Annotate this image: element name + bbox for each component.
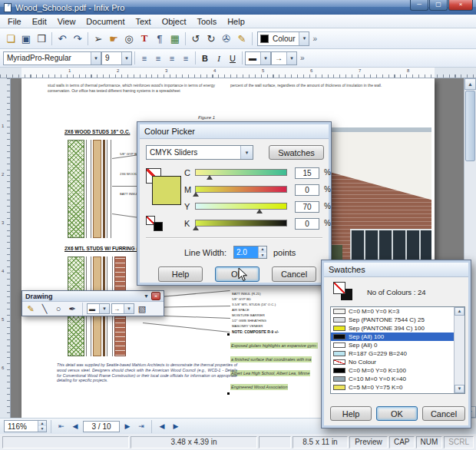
yellow-slider[interactable] [195, 203, 287, 210]
swatch-list[interactable]: C=0 M=0 Y=0 K=3 Sep (PANTONE 7544 C) 25 … [330, 306, 465, 394]
bold-icon[interactable]: B [198, 51, 212, 65]
fill-style-icon[interactable]: ▧ [136, 303, 148, 315]
cyan-value-field[interactable]: 15 [295, 167, 319, 179]
pen-tool-icon[interactable]: ✎ [234, 31, 250, 46]
menu-tools[interactable]: Tools [191, 17, 222, 26]
italic-icon[interactable]: I [212, 51, 226, 65]
page-number-field[interactable]: 3 / 10 [83, 421, 120, 432]
underline-icon[interactable]: U [226, 51, 240, 65]
black-value-field[interactable]: 0 [295, 218, 319, 230]
selection-handle[interactable] [227, 333, 230, 336]
close-button[interactable]: × [448, 0, 473, 11]
swatch-row[interactable]: C=0 M=0 Y=0 K=100 [331, 366, 454, 375]
redo-icon[interactable]: ↷ [70, 31, 85, 46]
font-family-combo[interactable]: MyriadPro-Regular ▾ [3, 51, 101, 65]
chevron-down-icon[interactable]: ▾ [299, 32, 309, 45]
toolbar-overflow-icon[interactable]: » [300, 54, 305, 62]
paragraph-tool-icon[interactable]: ¶ [152, 31, 167, 46]
pencil-icon[interactable]: ✎ [25, 303, 37, 315]
chevron-down-icon[interactable]: ▼ [144, 293, 149, 299]
first-page-button[interactable]: ⇤ [55, 420, 68, 432]
colour-mode-select[interactable]: CMYK Sliders ▾ [146, 145, 253, 160]
colour-combo[interactable]: Colour ▾ [257, 31, 309, 46]
scrollbar-thumb[interactable] [465, 91, 475, 161]
link-tool-icon[interactable]: ✇ [219, 31, 234, 46]
menu-object[interactable]: Object [157, 17, 192, 26]
undo-icon[interactable]: ↶ [55, 31, 70, 46]
swatch-row[interactable]: Sep (PANTONE 7544 C) 25 [331, 316, 454, 324]
swatch-row[interactable]: Sep (PANTONE 394 C) 100 [331, 324, 454, 333]
zoom-combo[interactable]: 116% ▲▼ [4, 420, 47, 432]
magenta-slider[interactable] [195, 186, 287, 193]
chevron-down-icon[interactable]: ▾ [121, 52, 131, 65]
black-slider[interactable] [195, 220, 287, 227]
swatch-row[interactable]: No Colour [331, 358, 454, 366]
save-icon[interactable]: ▣ [18, 31, 34, 46]
align-justify-icon[interactable]: ≡ [179, 51, 193, 65]
arrow-style-combo[interactable]: → ▾ [271, 51, 297, 65]
print-icon[interactable]: ❒ [34, 31, 49, 46]
swatches-titlebar[interactable]: Swatches [324, 263, 468, 277]
line-width-spinner[interactable]: 2.0 ▲▼ [233, 246, 267, 259]
menu-file[interactable]: File [2, 17, 27, 26]
selection-handle[interactable] [227, 392, 230, 395]
cancel-button[interactable]: Cancel [272, 266, 316, 282]
line-style-combo[interactable]: ▬ ▾ [87, 303, 110, 314]
select-tool-icon[interactable]: ➢ [91, 31, 106, 46]
menu-text[interactable]: Text [131, 17, 157, 26]
help-button[interactable]: Help [330, 406, 372, 421]
hand-tool-icon[interactable]: ☛ [106, 31, 121, 46]
next-page-button[interactable]: ▶ [121, 420, 134, 432]
menu-help[interactable]: Help [222, 17, 250, 26]
previous-page-button[interactable]: ◀ [69, 420, 81, 432]
slider-marker[interactable] [256, 209, 263, 213]
magenta-value-field[interactable]: 0 [295, 184, 319, 196]
chevron-down-icon[interactable]: ▾ [124, 304, 134, 313]
titlebar[interactable]: Wood_Schools.pdf - Infix Pro [0, 0, 476, 15]
zoom-spinner[interactable]: ▲▼ [38, 421, 46, 432]
chevron-down-icon[interactable]: ▾ [260, 52, 270, 65]
align-right-icon[interactable]: ≡ [165, 51, 179, 65]
image-tool-icon[interactable]: ▦ [167, 31, 183, 46]
cancel-button[interactable]: Cancel [422, 406, 465, 421]
yellow-value-field[interactable]: 70 [295, 201, 319, 213]
back-view-button[interactable]: ◀ [156, 420, 168, 432]
last-page-button[interactable]: ⇥ [135, 420, 147, 432]
scroll-up-button[interactable]: ▲ [464, 78, 476, 90]
chevron-down-icon[interactable]: ▾ [99, 304, 109, 313]
align-left-icon[interactable]: ≡ [137, 51, 151, 65]
toolbar-overflow-icon[interactable]: » [312, 35, 317, 43]
rotate-left-icon[interactable]: ↺ [188, 31, 203, 46]
menu-document[interactable]: Document [81, 17, 130, 26]
swatch-row[interactable]: C=5 M=0 Y=75 K=0 [331, 383, 454, 392]
pen-nib-icon[interactable]: ✒ [66, 303, 78, 315]
drawing-palette-titlebar[interactable]: Drawing ▼ × [22, 291, 164, 302]
slider-marker[interactable] [193, 192, 199, 197]
scroll-down-button[interactable]: ▼ [455, 385, 464, 393]
ok-button[interactable]: OK [376, 406, 418, 421]
cyan-slider[interactable] [195, 169, 287, 176]
swatch-row[interactable]: C=0 M=0 Y=0 K=3 [331, 307, 454, 316]
slider-marker[interactable] [193, 226, 199, 230]
swatch-row[interactable]: R=187 G=229 B=240 [331, 349, 454, 358]
zoom-tool-icon[interactable]: ◎ [121, 31, 137, 46]
slider-marker[interactable] [207, 175, 213, 180]
swatch-row[interactable]: C=10 M=0 Y=0 K=40 [331, 375, 454, 383]
rotate-right-icon[interactable]: ↻ [203, 31, 219, 46]
menu-edit[interactable]: Edit [27, 17, 52, 26]
colour-picker-titlebar[interactable]: Colour Picker [140, 124, 329, 139]
menu-view[interactable]: View [52, 17, 81, 26]
line-width-spin-arrows[interactable]: ▲▼ [258, 247, 266, 258]
list-scrollbar[interactable]: ▲ ▼ [454, 307, 464, 393]
align-center-icon[interactable]: ≡ [151, 51, 165, 65]
forward-view-button[interactable]: ▶ [170, 420, 182, 432]
help-button[interactable]: Help [158, 266, 203, 282]
chevron-down-icon[interactable]: ▾ [91, 52, 101, 65]
swatch-row[interactable]: Sep (All) 0 [331, 341, 454, 349]
chevron-down-icon[interactable]: ▾ [240, 146, 253, 159]
swatches-button[interactable]: Swatches [269, 145, 324, 160]
maximize-button[interactable]: ▢ [429, 0, 448, 11]
text-tool-icon[interactable]: T [137, 31, 152, 46]
arrow-style-combo[interactable]: → ▾ [111, 303, 134, 314]
fill-black-swatch[interactable] [154, 222, 163, 231]
